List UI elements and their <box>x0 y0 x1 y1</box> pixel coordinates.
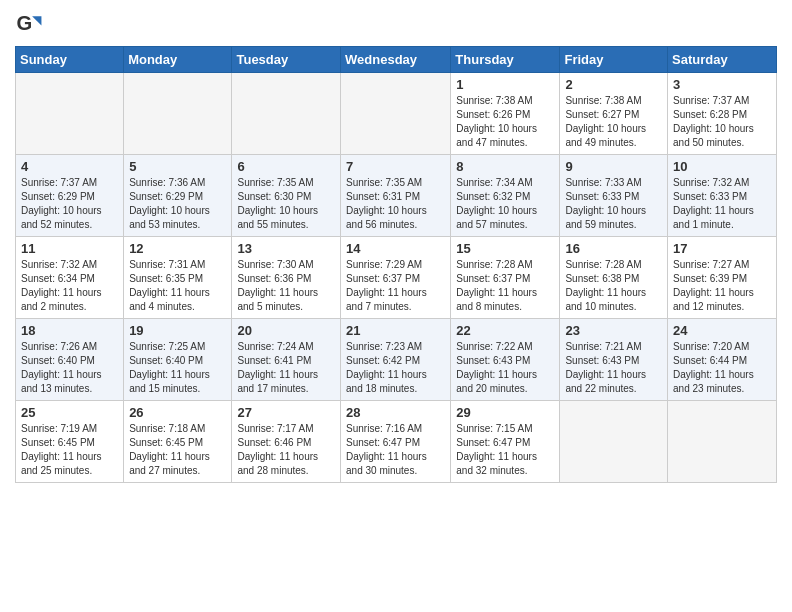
day-info: Sunrise: 7:20 AM Sunset: 6:44 PM Dayligh… <box>673 340 771 396</box>
calendar-day-cell: 18Sunrise: 7:26 AM Sunset: 6:40 PM Dayli… <box>16 319 124 401</box>
day-number: 2 <box>565 77 662 92</box>
day-number: 10 <box>673 159 771 174</box>
calendar-day-cell: 15Sunrise: 7:28 AM Sunset: 6:37 PM Dayli… <box>451 237 560 319</box>
day-info: Sunrise: 7:26 AM Sunset: 6:40 PM Dayligh… <box>21 340 118 396</box>
day-info: Sunrise: 7:23 AM Sunset: 6:42 PM Dayligh… <box>346 340 445 396</box>
day-number: 5 <box>129 159 226 174</box>
calendar-week-row: 4Sunrise: 7:37 AM Sunset: 6:29 PM Daylig… <box>16 155 777 237</box>
day-info: Sunrise: 7:15 AM Sunset: 6:47 PM Dayligh… <box>456 422 554 478</box>
svg-marker-1 <box>32 16 41 25</box>
page-header: G <box>15 10 777 38</box>
day-info: Sunrise: 7:38 AM Sunset: 6:26 PM Dayligh… <box>456 94 554 150</box>
day-number: 16 <box>565 241 662 256</box>
day-info: Sunrise: 7:35 AM Sunset: 6:31 PM Dayligh… <box>346 176 445 232</box>
calendar-day-cell: 17Sunrise: 7:27 AM Sunset: 6:39 PM Dayli… <box>668 237 777 319</box>
calendar-day-cell: 3Sunrise: 7:37 AM Sunset: 6:28 PM Daylig… <box>668 73 777 155</box>
day-info: Sunrise: 7:27 AM Sunset: 6:39 PM Dayligh… <box>673 258 771 314</box>
calendar-day-cell: 21Sunrise: 7:23 AM Sunset: 6:42 PM Dayli… <box>341 319 451 401</box>
day-info: Sunrise: 7:17 AM Sunset: 6:46 PM Dayligh… <box>237 422 335 478</box>
day-info: Sunrise: 7:33 AM Sunset: 6:33 PM Dayligh… <box>565 176 662 232</box>
day-number: 8 <box>456 159 554 174</box>
day-info: Sunrise: 7:19 AM Sunset: 6:45 PM Dayligh… <box>21 422 118 478</box>
day-info: Sunrise: 7:18 AM Sunset: 6:45 PM Dayligh… <box>129 422 226 478</box>
calendar-day-cell: 13Sunrise: 7:30 AM Sunset: 6:36 PM Dayli… <box>232 237 341 319</box>
calendar-header-row: SundayMondayTuesdayWednesdayThursdayFrid… <box>16 47 777 73</box>
day-number: 29 <box>456 405 554 420</box>
calendar-day-cell: 26Sunrise: 7:18 AM Sunset: 6:45 PM Dayli… <box>124 401 232 483</box>
calendar-table: SundayMondayTuesdayWednesdayThursdayFrid… <box>15 46 777 483</box>
calendar-day-cell: 29Sunrise: 7:15 AM Sunset: 6:47 PM Dayli… <box>451 401 560 483</box>
day-number: 1 <box>456 77 554 92</box>
day-info: Sunrise: 7:28 AM Sunset: 6:38 PM Dayligh… <box>565 258 662 314</box>
calendar-day-cell: 23Sunrise: 7:21 AM Sunset: 6:43 PM Dayli… <box>560 319 668 401</box>
day-number: 19 <box>129 323 226 338</box>
day-number: 14 <box>346 241 445 256</box>
day-number: 4 <box>21 159 118 174</box>
day-number: 26 <box>129 405 226 420</box>
calendar-day-cell: 8Sunrise: 7:34 AM Sunset: 6:32 PM Daylig… <box>451 155 560 237</box>
day-number: 3 <box>673 77 771 92</box>
day-number: 27 <box>237 405 335 420</box>
day-info: Sunrise: 7:30 AM Sunset: 6:36 PM Dayligh… <box>237 258 335 314</box>
day-info: Sunrise: 7:29 AM Sunset: 6:37 PM Dayligh… <box>346 258 445 314</box>
day-of-week-header: Tuesday <box>232 47 341 73</box>
day-number: 28 <box>346 405 445 420</box>
day-of-week-header: Wednesday <box>341 47 451 73</box>
day-info: Sunrise: 7:25 AM Sunset: 6:40 PM Dayligh… <box>129 340 226 396</box>
calendar-day-cell: 12Sunrise: 7:31 AM Sunset: 6:35 PM Dayli… <box>124 237 232 319</box>
day-number: 6 <box>237 159 335 174</box>
calendar-week-row: 1Sunrise: 7:38 AM Sunset: 6:26 PM Daylig… <box>16 73 777 155</box>
calendar-day-cell: 10Sunrise: 7:32 AM Sunset: 6:33 PM Dayli… <box>668 155 777 237</box>
day-info: Sunrise: 7:16 AM Sunset: 6:47 PM Dayligh… <box>346 422 445 478</box>
calendar-day-cell: 5Sunrise: 7:36 AM Sunset: 6:29 PM Daylig… <box>124 155 232 237</box>
day-number: 21 <box>346 323 445 338</box>
day-info: Sunrise: 7:37 AM Sunset: 6:29 PM Dayligh… <box>21 176 118 232</box>
day-number: 23 <box>565 323 662 338</box>
day-info: Sunrise: 7:28 AM Sunset: 6:37 PM Dayligh… <box>456 258 554 314</box>
calendar-week-row: 11Sunrise: 7:32 AM Sunset: 6:34 PM Dayli… <box>16 237 777 319</box>
day-of-week-header: Friday <box>560 47 668 73</box>
day-info: Sunrise: 7:32 AM Sunset: 6:34 PM Dayligh… <box>21 258 118 314</box>
day-number: 25 <box>21 405 118 420</box>
day-info: Sunrise: 7:32 AM Sunset: 6:33 PM Dayligh… <box>673 176 771 232</box>
calendar-day-cell: 19Sunrise: 7:25 AM Sunset: 6:40 PM Dayli… <box>124 319 232 401</box>
calendar-day-cell <box>341 73 451 155</box>
day-number: 17 <box>673 241 771 256</box>
day-info: Sunrise: 7:24 AM Sunset: 6:41 PM Dayligh… <box>237 340 335 396</box>
day-of-week-header: Monday <box>124 47 232 73</box>
calendar-day-cell: 11Sunrise: 7:32 AM Sunset: 6:34 PM Dayli… <box>16 237 124 319</box>
day-info: Sunrise: 7:37 AM Sunset: 6:28 PM Dayligh… <box>673 94 771 150</box>
day-of-week-header: Sunday <box>16 47 124 73</box>
day-number: 15 <box>456 241 554 256</box>
calendar-day-cell: 22Sunrise: 7:22 AM Sunset: 6:43 PM Dayli… <box>451 319 560 401</box>
calendar-day-cell: 20Sunrise: 7:24 AM Sunset: 6:41 PM Dayli… <box>232 319 341 401</box>
day-info: Sunrise: 7:31 AM Sunset: 6:35 PM Dayligh… <box>129 258 226 314</box>
day-number: 12 <box>129 241 226 256</box>
calendar-day-cell: 16Sunrise: 7:28 AM Sunset: 6:38 PM Dayli… <box>560 237 668 319</box>
day-info: Sunrise: 7:35 AM Sunset: 6:30 PM Dayligh… <box>237 176 335 232</box>
calendar-day-cell <box>232 73 341 155</box>
calendar-day-cell <box>560 401 668 483</box>
calendar-day-cell: 28Sunrise: 7:16 AM Sunset: 6:47 PM Dayli… <box>341 401 451 483</box>
day-number: 20 <box>237 323 335 338</box>
day-number: 13 <box>237 241 335 256</box>
day-of-week-header: Saturday <box>668 47 777 73</box>
calendar-day-cell: 6Sunrise: 7:35 AM Sunset: 6:30 PM Daylig… <box>232 155 341 237</box>
svg-text:G: G <box>17 12 33 34</box>
day-info: Sunrise: 7:34 AM Sunset: 6:32 PM Dayligh… <box>456 176 554 232</box>
logo: G <box>15 10 45 38</box>
calendar-day-cell: 27Sunrise: 7:17 AM Sunset: 6:46 PM Dayli… <box>232 401 341 483</box>
calendar-day-cell <box>668 401 777 483</box>
day-of-week-header: Thursday <box>451 47 560 73</box>
calendar-day-cell: 9Sunrise: 7:33 AM Sunset: 6:33 PM Daylig… <box>560 155 668 237</box>
calendar-week-row: 18Sunrise: 7:26 AM Sunset: 6:40 PM Dayli… <box>16 319 777 401</box>
day-info: Sunrise: 7:38 AM Sunset: 6:27 PM Dayligh… <box>565 94 662 150</box>
calendar-day-cell: 24Sunrise: 7:20 AM Sunset: 6:44 PM Dayli… <box>668 319 777 401</box>
calendar-day-cell: 1Sunrise: 7:38 AM Sunset: 6:26 PM Daylig… <box>451 73 560 155</box>
day-number: 7 <box>346 159 445 174</box>
calendar-day-cell: 14Sunrise: 7:29 AM Sunset: 6:37 PM Dayli… <box>341 237 451 319</box>
day-info: Sunrise: 7:21 AM Sunset: 6:43 PM Dayligh… <box>565 340 662 396</box>
day-number: 11 <box>21 241 118 256</box>
day-info: Sunrise: 7:36 AM Sunset: 6:29 PM Dayligh… <box>129 176 226 232</box>
day-number: 18 <box>21 323 118 338</box>
